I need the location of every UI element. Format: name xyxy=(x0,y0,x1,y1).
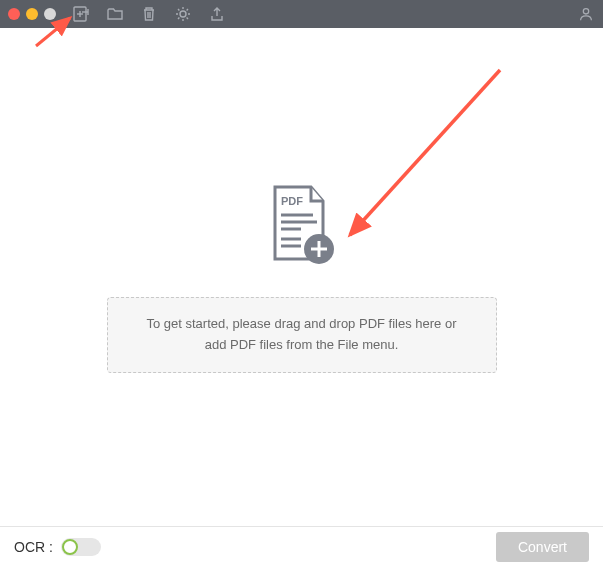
toolbar xyxy=(72,5,226,23)
gear-icon[interactable] xyxy=(174,5,192,23)
export-icon[interactable] xyxy=(208,5,226,23)
pdf-label: PDF xyxy=(281,195,303,207)
svg-point-7 xyxy=(180,11,186,17)
svg-point-8 xyxy=(583,9,588,14)
drop-zone[interactable]: PDF To get started, please drag and drop… xyxy=(0,28,603,526)
folder-icon[interactable] xyxy=(106,5,124,23)
ocr-toggle[interactable] xyxy=(61,538,101,556)
maximize-window-button[interactable] xyxy=(44,8,56,20)
ocr-toggle-knob xyxy=(62,539,78,555)
convert-button[interactable]: Convert xyxy=(496,532,589,562)
trash-icon[interactable] xyxy=(140,5,158,23)
drop-hint-box[interactable]: To get started, please drag and drop PDF… xyxy=(107,297,497,373)
add-pdf-icon[interactable]: PDF xyxy=(263,181,341,275)
bottom-bar: OCR : Convert xyxy=(0,526,603,567)
close-window-button[interactable] xyxy=(8,8,20,20)
account-icon[interactable] xyxy=(577,5,595,23)
titlebar xyxy=(0,0,603,28)
drop-hint-text: To get started, please drag and drop PDF… xyxy=(146,316,456,352)
add-file-icon[interactable] xyxy=(72,5,90,23)
window-controls xyxy=(8,8,56,20)
ocr-label: OCR : xyxy=(14,539,53,555)
minimize-window-button[interactable] xyxy=(26,8,38,20)
